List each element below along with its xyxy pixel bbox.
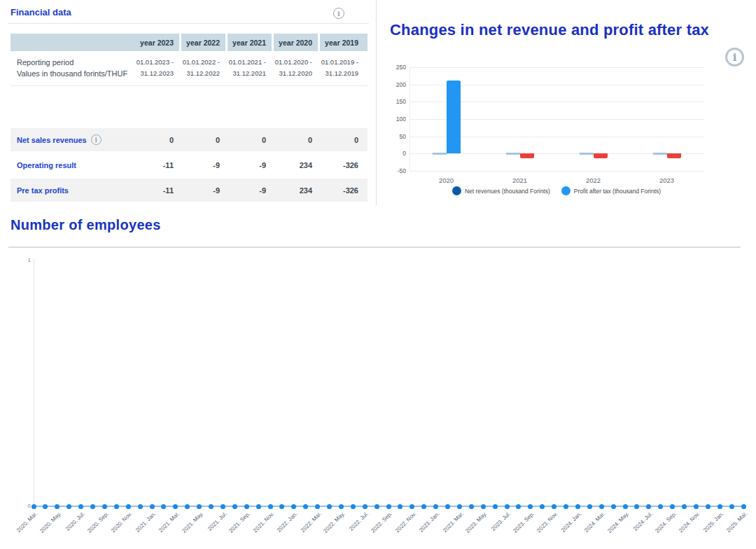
data-point [398,504,402,509]
value-cell: 0 [133,136,179,144]
data-point [256,504,261,509]
y-axis-tick-label: 1 [20,257,31,263]
data-point [90,504,95,509]
data-point [433,504,438,509]
data-point [741,504,746,509]
data-point [43,504,48,509]
bar-net-revenues [580,153,594,155]
data-point [634,504,639,509]
data-point [315,504,320,509]
y-axis-tick-label: 250 [378,64,406,71]
data-point [351,504,356,509]
legend-dot [452,186,461,195]
data-point [575,504,580,509]
financial-table: year 2023year 2022year 2021year 2020year… [10,34,368,204]
divider [8,23,369,24]
data-point [268,504,273,509]
data-point [469,504,474,509]
data-point [552,504,556,509]
value-cell: -11 [133,161,179,169]
data-point [185,504,190,509]
y-axis-tick-label: 100 [378,116,406,123]
info-icon[interactable]: i [333,8,344,19]
reporting-period-value: 01.01.2023 -31.12.2023 [133,57,179,79]
table-row: Operating result-11-9-9234-326 [10,153,368,176]
value-cell: 0 [225,136,272,144]
data-point [718,504,722,509]
data-point [694,504,699,509]
header-cell-year-2019: year 2019 [318,34,368,51]
data-point [244,504,249,509]
data-point [102,504,107,509]
data-point [682,504,687,509]
employees-y-axis [34,259,34,506]
bar-net-revenues [653,153,667,155]
bar-profit-after-tax [667,153,681,158]
x-axis-category-label: 2020 [426,176,468,184]
bar-net-revenues [433,153,447,155]
data-point [386,504,391,509]
data-point [138,504,143,509]
table-row: Net sales revenuesi00000 [10,128,368,151]
data-point [291,504,296,509]
header-cell-year-2021: year 2021 [225,34,272,51]
data-point [161,504,166,509]
bar-profit-after-tax [447,81,461,154]
value-cell: -326 [318,186,368,195]
bar-net-revenues [506,153,520,155]
data-point [303,504,308,509]
data-point [55,504,59,509]
data-point [279,504,284,509]
row-label: Net sales revenuesi [10,134,133,145]
legend-item: Profit after tax (thousand Forints) [561,186,661,195]
table-header-row: year 2023year 2022year 2021year 2020year… [10,34,368,51]
data-point [658,504,663,509]
data-point [599,504,604,509]
legend-dot [561,186,570,195]
data-point [66,504,71,509]
value-cell: 0 [318,136,368,144]
x-axis-category-label: 2022 [573,176,615,184]
y-axis-tick-label: 0 [378,150,406,157]
header-cell-year-2020: year 2020 [272,34,318,51]
data-point [31,504,36,509]
legend-item: Net revenues (thousand Forints) [452,186,550,195]
data-point [646,504,651,509]
header-cell-year-2022: year 2022 [179,34,225,51]
data-point [729,504,734,509]
gridline [410,171,704,172]
y-axis-tick-label: -50 [378,167,406,174]
reporting-period-value: 01.01.2019 -31.12.2019 [318,57,368,79]
value-cell: -326 [318,161,368,169]
info-icon[interactable]: i [91,134,102,145]
value-cell: 234 [272,186,318,195]
reporting-period-value: 01.01.2020 -31.12.2020 [272,57,318,79]
y-axis-tick-label: 200 [378,81,406,88]
data-point [564,504,568,509]
revenue-chart-title: Changes in net revenue and profit after … [390,21,747,39]
data-point [505,504,510,509]
header-empty-cell [10,34,133,51]
data-point [516,504,521,509]
data-point [327,504,332,509]
data-point [197,504,202,509]
data-point [611,504,616,509]
data-point [126,504,131,509]
data-point [706,504,710,509]
header-cell-year-2023: year 2023 [133,34,179,51]
data-point [493,504,498,509]
value-cell: 0 [272,136,318,144]
data-point [421,504,426,509]
data-point [623,504,628,509]
vertical-divider [376,0,377,205]
info-icon[interactable]: i [725,48,744,67]
data-point [528,504,533,509]
data-point [150,504,155,509]
data-point [339,504,344,509]
data-point [670,504,675,509]
table-spacer [10,86,368,128]
page: Financial data i year 2023year 2022year … [0,0,756,549]
data-point [232,504,237,509]
value-cell: 0 [179,136,225,144]
reporting-period-value: 01.01.2022 -31.12.2022 [179,57,225,79]
